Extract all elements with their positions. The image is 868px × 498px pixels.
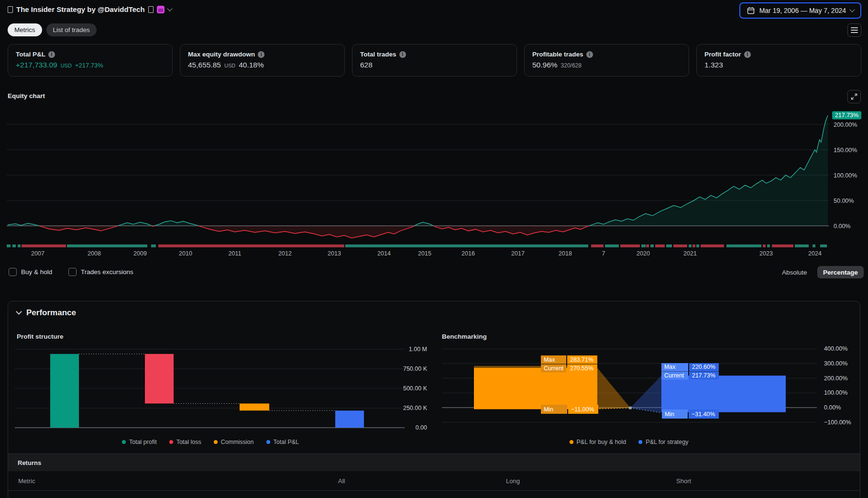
buy-hold-toggle[interactable]: Buy & hold xyxy=(9,268,52,276)
performance-section: Performance Profit structure Benchmarkin… xyxy=(8,301,860,498)
info-icon[interactable]: i xyxy=(586,51,593,58)
trade-outcome-segment xyxy=(646,244,649,247)
tab-list-of-trades[interactable]: List of trades xyxy=(46,23,97,36)
strategy-taper xyxy=(630,376,661,412)
info-icon[interactable]: i xyxy=(399,51,406,58)
col-long: Long xyxy=(506,471,520,491)
y-axis-label: 500.00 K xyxy=(403,385,428,392)
trade-outcome-segment xyxy=(158,244,344,247)
y-axis-label: 200.00% xyxy=(824,375,847,382)
chevron-down-icon xyxy=(16,309,22,315)
strategy-min-key-label: Min xyxy=(665,411,674,418)
legend-dot-icon xyxy=(169,440,173,444)
trade-outcome-segment xyxy=(795,244,809,247)
card-title: Profit factor xyxy=(704,51,741,58)
x-axis-label: 2016 xyxy=(461,250,475,257)
y-axis-label: 750.00 K xyxy=(403,365,428,372)
y-axis-label: 1.00 M xyxy=(409,346,427,353)
trade-outcome-segment xyxy=(772,244,793,247)
x-axis-label: 2014 xyxy=(377,250,391,257)
x-axis-label: 2021 xyxy=(683,250,697,257)
performance-header[interactable]: Performance xyxy=(17,308,76,318)
equity-chart[interactable]: 200.00%150.00%100.00%50.00%0.00%20072008… xyxy=(0,91,868,263)
y-axis-label: −100.00% xyxy=(824,419,851,426)
missing-glyph-icon xyxy=(148,6,154,13)
buyhold-range-band xyxy=(474,368,597,409)
card-title: Total trades xyxy=(360,51,396,58)
y-axis-label: 300.00% xyxy=(824,360,847,367)
x-axis-label: 2010 xyxy=(179,250,192,257)
buyhold-taper xyxy=(597,368,630,409)
info-icon[interactable]: i xyxy=(258,51,264,58)
y-axis-label: 100.00% xyxy=(824,389,847,396)
legend-item: Total profit xyxy=(122,439,157,445)
legend-item: Total P&L xyxy=(266,439,299,445)
x-axis-label: 2024 xyxy=(808,250,822,257)
trade-outcome-segment xyxy=(813,244,815,247)
card-value: 45,655.85 xyxy=(188,61,221,69)
absolute-mode-button[interactable]: Absolute xyxy=(782,269,807,276)
trade-outcome-segment xyxy=(650,244,654,247)
card-profit-factor: Profit factori 1.323 xyxy=(696,44,861,77)
card-title: Total P&L xyxy=(16,51,45,58)
legend-item: Total loss xyxy=(169,439,201,445)
calendar-icon xyxy=(747,6,755,15)
col-metric: Metric xyxy=(18,471,35,491)
returns-subsection: Returns xyxy=(8,454,860,471)
chevron-down-icon xyxy=(849,7,855,12)
page-title: The Insider Strategy by @DaviddTech xyxy=(16,5,145,13)
card-title: Max equity drawdown xyxy=(188,51,255,58)
trades-excursions-toggle[interactable]: Trades excursions xyxy=(68,268,133,276)
trade-outcome-segment xyxy=(67,244,147,247)
legend-label: Total profit xyxy=(129,439,157,445)
legend-label: P&L for buy & hold xyxy=(577,439,626,445)
date-range-button[interactable]: Mar 19, 2006 — May 7, 2024 xyxy=(739,2,861,19)
strategy-emoji-icon xyxy=(157,6,165,13)
y-axis-label: 50.00% xyxy=(834,198,854,204)
trade-outcome-segment xyxy=(673,244,687,247)
strategy-max-value-label: 220.60% xyxy=(692,364,715,370)
waterfall-bar xyxy=(50,354,79,428)
current-value-label: 217.73% xyxy=(835,112,858,119)
report-layout-button[interactable] xyxy=(847,23,861,37)
trade-outcome-segment xyxy=(655,244,665,247)
trade-outcome-segment xyxy=(18,244,21,247)
convergence-dot xyxy=(629,406,632,409)
buyhold-max-key-label: Max xyxy=(544,356,555,363)
y-axis-label: 0.00 xyxy=(416,424,427,431)
legend-item: Commission xyxy=(214,439,254,445)
trade-outcome-segment xyxy=(726,244,761,247)
trade-outcome-segment xyxy=(151,244,156,247)
y-axis-label: 0.00% xyxy=(824,404,841,411)
trade-outcome-segment xyxy=(701,244,724,247)
strategy-title-row: The Insider Strategy by @DaviddTech xyxy=(8,5,172,13)
x-axis-label: 2017 xyxy=(511,250,525,257)
checkbox-icon[interactable] xyxy=(68,268,77,276)
checkbox-icon[interactable] xyxy=(9,268,17,276)
waterfall-bar xyxy=(145,354,174,404)
trade-outcome-segment xyxy=(696,244,699,247)
y-axis-label: 100.00% xyxy=(834,172,857,179)
list-icon xyxy=(851,27,858,28)
buyhold-current-value-label: 270.55% xyxy=(570,365,593,372)
x-axis-label: 2008 xyxy=(88,250,101,257)
card-total-pl: Total P&Li +217,733.09USD+217.73% xyxy=(8,44,173,77)
info-icon[interactable]: i xyxy=(48,51,55,58)
tab-metrics[interactable]: Metrics xyxy=(8,23,42,36)
legend-dot-icon xyxy=(214,440,218,444)
x-axis-label: 2015 xyxy=(418,250,431,257)
legend-dot-icon xyxy=(266,440,270,444)
x-axis-label: 7 xyxy=(602,250,605,257)
percentage-mode-button[interactable]: Percentage xyxy=(817,266,864,278)
date-range-label: Mar 19, 2006 — May 7, 2024 xyxy=(759,7,846,14)
info-icon[interactable]: i xyxy=(744,51,751,58)
y-axis-label: 0.00% xyxy=(834,223,850,230)
strategy-range-band xyxy=(661,376,786,412)
card-extra: 320/628 xyxy=(561,62,582,69)
chevron-down-icon[interactable] xyxy=(167,6,172,11)
y-axis-label: 200.00% xyxy=(834,122,857,128)
card-unit: USD xyxy=(61,63,72,68)
trade-outcome-segment xyxy=(12,244,16,247)
col-all: All xyxy=(338,471,345,491)
strategy-tester-panel: The Insider Strategy by @DaviddTech Mar … xyxy=(0,0,868,498)
